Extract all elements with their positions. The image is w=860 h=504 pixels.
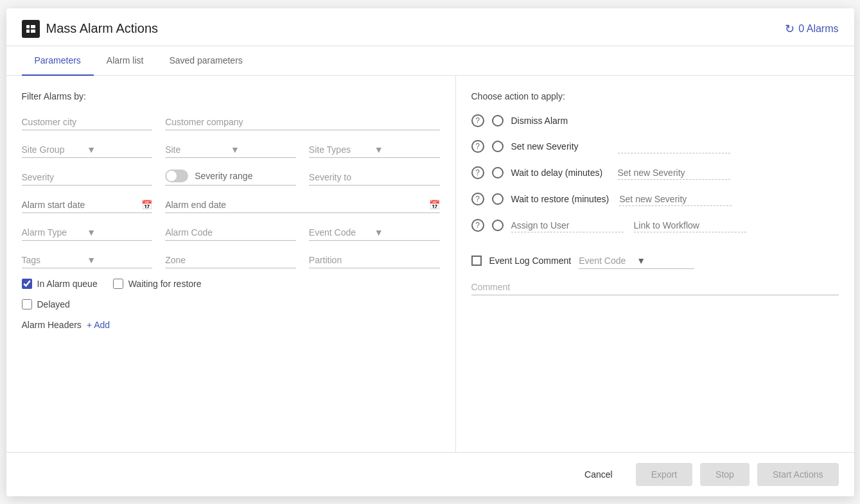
assign-user-inputs bbox=[511, 219, 839, 232]
filter-section-label: Filter Alarms by: bbox=[22, 91, 440, 101]
cancel-button[interactable]: Cancel bbox=[569, 463, 628, 486]
event-code-right-arrow-icon: ▼ bbox=[636, 256, 694, 266]
severity-range-toggle-row: Severity range bbox=[165, 169, 296, 186]
link-to-workflow-input[interactable] bbox=[634, 219, 746, 232]
alarm-start-date-input[interactable] bbox=[22, 200, 142, 210]
delayed-label: Delayed bbox=[37, 299, 70, 309]
dismiss-alarm-row: ? Dismiss Alarm bbox=[471, 114, 839, 127]
alarm-start-date-field: 📅 bbox=[22, 197, 153, 213]
stop-button[interactable]: Stop bbox=[700, 463, 750, 486]
customer-company-field bbox=[165, 114, 439, 130]
event-log-label: Event Log Comment bbox=[489, 256, 572, 266]
severity-to-field bbox=[309, 169, 440, 186]
checkboxes-row-2: Delayed bbox=[22, 299, 440, 309]
in-alarm-queue-label: In Alarm queue bbox=[37, 279, 98, 289]
alarm-type-label: Alarm Type bbox=[22, 227, 87, 238]
set-severity-radio[interactable] bbox=[492, 141, 504, 152]
in-alarm-queue-checkbox[interactable] bbox=[22, 279, 32, 289]
zone-field bbox=[165, 252, 296, 268]
alarm-end-calendar-icon[interactable]: 📅 bbox=[429, 200, 440, 210]
event-log-checkbox[interactable] bbox=[471, 256, 482, 266]
dismiss-help-icon[interactable]: ? bbox=[471, 114, 484, 127]
title-group: Mass Alarm Actions bbox=[22, 20, 159, 38]
wait-delay-severity-input[interactable] bbox=[618, 166, 730, 180]
alarm-type-field: Alarm Type ▼ bbox=[22, 225, 153, 241]
dialog-title: Mass Alarm Actions bbox=[46, 21, 159, 36]
set-severity-inputs: Set new Severity bbox=[511, 140, 839, 153]
severity-input[interactable] bbox=[22, 169, 153, 186]
event-code-arrow-icon: ▼ bbox=[374, 227, 440, 238]
site-group-label: Site Group bbox=[22, 144, 87, 155]
action-section-label: Choose action to apply: bbox=[471, 91, 839, 101]
svg-rect-2 bbox=[31, 25, 35, 28]
comment-input[interactable] bbox=[471, 279, 839, 295]
site-field: Site ▼ bbox=[165, 142, 296, 158]
site-types-dropdown[interactable]: Site Types ▼ bbox=[309, 142, 440, 158]
wait-delay-label: Wait to delay (minutes) bbox=[511, 168, 608, 178]
filter-grid: Site Group ▼ Site ▼ Site Types ▼ bbox=[22, 114, 440, 268]
alarm-code-field bbox=[165, 225, 296, 241]
wait-restore-help-icon[interactable]: ? bbox=[471, 193, 484, 205]
tab-saved-parameters[interactable]: Saved parameters bbox=[156, 46, 255, 76]
severity-field bbox=[22, 169, 153, 186]
alarm-headers-row: Alarm Headers + Add bbox=[22, 320, 440, 330]
customer-city-input[interactable] bbox=[22, 114, 153, 130]
site-group-field: Site Group ▼ bbox=[22, 142, 153, 158]
wait-delay-help-icon[interactable]: ? bbox=[471, 166, 484, 179]
alarm-end-date-input[interactable] bbox=[165, 200, 428, 210]
wait-restore-severity-input[interactable] bbox=[619, 193, 732, 206]
site-group-dropdown[interactable]: Site Group ▼ bbox=[22, 142, 153, 158]
wait-restore-radio[interactable] bbox=[492, 193, 504, 205]
comment-field bbox=[471, 279, 839, 295]
event-code-label: Event Code bbox=[309, 227, 374, 238]
set-severity-label: Set new Severity bbox=[511, 141, 608, 152]
severity-to-input[interactable] bbox=[309, 169, 440, 186]
delayed-checkbox[interactable] bbox=[22, 299, 32, 309]
dismiss-alarm-label: Dismiss Alarm bbox=[511, 116, 608, 126]
left-panel: Filter Alarms by: Site Group ▼ bbox=[6, 76, 456, 452]
export-button[interactable]: Export bbox=[636, 463, 692, 486]
event-code-dropdown[interactable]: Event Code ▼ bbox=[309, 225, 440, 241]
alarm-code-input[interactable] bbox=[165, 225, 296, 241]
assign-user-help-icon[interactable]: ? bbox=[471, 219, 484, 232]
tags-dropdown[interactable]: Tags ▼ bbox=[22, 252, 153, 268]
severity-range-toggle[interactable] bbox=[165, 169, 188, 182]
dialog-footer: Cancel Export Stop Start Actions bbox=[6, 452, 854, 496]
tab-parameters[interactable]: Parameters bbox=[22, 46, 94, 76]
site-types-arrow-icon: ▼ bbox=[374, 144, 440, 155]
checkboxes-row: In Alarm queue Waiting for restore bbox=[22, 279, 440, 289]
waiting-for-restore-label: Waiting for restore bbox=[128, 279, 202, 289]
assign-user-input[interactable] bbox=[511, 219, 624, 232]
wait-delay-row: ? Wait to delay (minutes) bbox=[471, 166, 839, 180]
partition-input[interactable] bbox=[309, 252, 440, 268]
site-types-label: Site Types bbox=[309, 144, 374, 155]
wait-restore-row: ? Wait to restore (minutes) bbox=[471, 193, 839, 206]
site-label: Site bbox=[165, 144, 231, 155]
waiting-for-restore-checkbox[interactable] bbox=[113, 279, 123, 289]
alarm-start-calendar-icon[interactable]: 📅 bbox=[141, 200, 152, 210]
tab-alarm-list[interactable]: Alarm list bbox=[94, 46, 157, 76]
alarm-type-dropdown[interactable]: Alarm Type ▼ bbox=[22, 225, 153, 241]
divider bbox=[471, 245, 839, 253]
partition-field bbox=[309, 252, 440, 268]
customer-city-field bbox=[22, 114, 153, 130]
assign-user-radio[interactable] bbox=[492, 220, 504, 231]
start-actions-button[interactable]: Start Actions bbox=[757, 463, 839, 486]
event-code-dropdown-right[interactable]: Event Code ▼ bbox=[579, 253, 694, 269]
site-dropdown[interactable]: Site ▼ bbox=[165, 142, 296, 158]
set-severity-input[interactable] bbox=[618, 140, 730, 153]
wait-delay-radio[interactable] bbox=[492, 167, 504, 178]
add-alarm-header-button[interactable]: + Add bbox=[87, 320, 110, 330]
wait-delay-inputs: Wait to delay (minutes) bbox=[511, 166, 839, 180]
set-severity-row: ? Set new Severity bbox=[471, 140, 839, 153]
mass-alarm-actions-dialog: Mass Alarm Actions ↻ 0 Alarms Parameters… bbox=[6, 8, 854, 496]
assign-user-row: ? bbox=[471, 219, 839, 232]
dismiss-radio[interactable] bbox=[492, 115, 504, 126]
customer-company-input[interactable] bbox=[165, 114, 439, 130]
set-severity-help-icon[interactable]: ? bbox=[471, 140, 484, 153]
dialog-header: Mass Alarm Actions ↻ 0 Alarms bbox=[6, 8, 854, 46]
zone-input[interactable] bbox=[165, 252, 296, 268]
tags-label: Tags bbox=[22, 255, 87, 265]
wait-restore-label: Wait to restore (minutes) bbox=[511, 194, 610, 204]
svg-rect-1 bbox=[26, 30, 30, 33]
